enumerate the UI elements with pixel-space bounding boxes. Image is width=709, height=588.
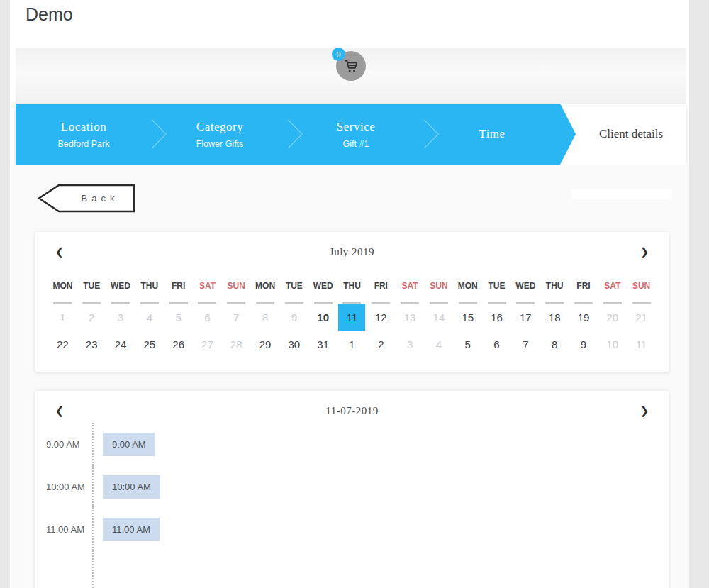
day-header-underline — [251, 291, 280, 304]
calendar-day: 28 — [222, 331, 251, 357]
day-of-week-header: FRI — [569, 271, 598, 291]
day-header-underline — [453, 291, 482, 304]
calendar-day[interactable]: 7 — [511, 331, 540, 357]
calendar-day[interactable]: 6 — [482, 331, 511, 357]
calendar-day[interactable]: 17 — [511, 304, 540, 331]
calendar-day[interactable]: 16 — [482, 304, 511, 331]
day-of-week-header: TUE — [77, 271, 106, 291]
day-header-underline — [569, 291, 598, 304]
day-of-week-header: SUN — [222, 271, 251, 291]
calendar-day[interactable]: 23 — [77, 331, 106, 357]
day-header-underline — [425, 291, 454, 304]
day-of-week-header: TUE — [482, 271, 511, 291]
calendar-day: 9 — [279, 304, 308, 331]
calendar-day: 14 — [425, 304, 454, 331]
step-title: Location — [61, 120, 106, 134]
calendar-prev-icon[interactable]: ❮ — [52, 245, 67, 258]
step-category[interactable]: CategoryFlower Gifts — [152, 104, 288, 165]
step-location[interactable]: LocationBedford Park — [16, 104, 152, 165]
calendar-day: 3 — [396, 331, 425, 357]
calendar-day[interactable]: 25 — [135, 331, 164, 357]
day-of-week-header: SUN — [425, 271, 454, 291]
day-of-week-header: SAT — [396, 271, 425, 291]
timeslot-row: 9:00 AM9:00 AM — [46, 423, 669, 465]
calendar-day[interactable]: 19 — [569, 304, 598, 331]
calendar-day[interactable]: 9 — [569, 331, 598, 357]
timeslot-next-icon[interactable]: ❯ — [637, 404, 652, 417]
timeslot-prev-icon[interactable]: ❮ — [52, 404, 67, 417]
content-area: Back ❮ July 2019 ❯ MONTUEWEDTHUFRISATSUN… — [10, 165, 689, 588]
timeslot-list: 9:00 AM9:00 AM10:00 AM10:00 AM11:00 AM11… — [46, 423, 669, 588]
back-button[interactable]: Back — [37, 184, 136, 213]
timeslot-track: 9:00 AM — [92, 423, 155, 465]
cart-count-badge: 0 — [332, 48, 345, 61]
calendar-day[interactable]: 24 — [106, 331, 135, 357]
calendar-day[interactable]: 22 — [48, 331, 77, 357]
day-header-underline — [396, 291, 425, 304]
step-subtitle: Bedford Park — [58, 139, 110, 149]
calendar-day[interactable]: 18 — [540, 304, 569, 331]
calendar-day: 27 — [193, 331, 222, 357]
calendar-day[interactable]: 5 — [453, 331, 482, 357]
calendar-day: 11 — [627, 331, 656, 357]
day-header-underline — [48, 291, 77, 304]
timeslot-card: ❮ 11-07-2019 ❯ 9:00 AM9:00 AM10:00 AM10:… — [35, 391, 669, 588]
day-header-underline — [77, 291, 106, 304]
timeslot-chip[interactable]: 10:00 AM — [103, 475, 160, 499]
timeslot-header: ❮ 11-07-2019 ❯ — [35, 391, 669, 423]
day-of-week-header: WED — [106, 271, 135, 291]
calendar-day[interactable]: 8 — [540, 331, 569, 357]
calendar-day[interactable]: 10 — [308, 304, 337, 331]
calendar-day[interactable]: 2 — [367, 331, 396, 357]
calendar-day: 20 — [598, 304, 627, 331]
page-title: Demo — [10, 0, 689, 26]
day-of-week-header: FRI — [164, 271, 193, 291]
step-time[interactable]: Time — [424, 104, 560, 165]
calendar-day[interactable]: 15 — [453, 304, 482, 331]
calendar-day[interactable]: 31 — [308, 331, 337, 357]
day-header-underline — [540, 291, 569, 304]
day-header-underline — [193, 291, 222, 304]
day-header-underline — [164, 291, 193, 304]
day-of-week-header: SUN — [627, 271, 656, 291]
day-of-week-header: MON — [48, 271, 77, 291]
step-subtitle: Gift #1 — [343, 139, 369, 149]
calendar-day[interactable]: 26 — [164, 331, 193, 357]
timeslot-row-filler — [46, 550, 669, 588]
calendar-day: 13 — [396, 304, 425, 331]
calendar-day: 1 — [48, 304, 77, 331]
day-of-week-header: SAT — [598, 271, 627, 291]
day-of-week-header: MON — [453, 271, 482, 291]
calendar-day[interactable]: 30 — [279, 331, 308, 357]
cart-band: 0 — [16, 48, 686, 104]
calendar-day[interactable]: 29 — [251, 331, 280, 357]
cart-button[interactable]: 0 — [336, 51, 366, 81]
back-button-label: Back — [64, 184, 136, 213]
day-header-underline — [222, 291, 251, 304]
calendar-day: 8 — [251, 304, 280, 331]
calendar-day[interactable]: 11 — [337, 304, 367, 331]
day-header-underline — [598, 291, 627, 304]
calendar-day[interactable]: 1 — [337, 331, 367, 357]
day-header-underline — [367, 291, 396, 304]
calendar-day: 21 — [627, 304, 656, 331]
calendar-header: ❮ July 2019 ❯ — [35, 232, 669, 264]
timeslot-date-title: 11-07-2019 — [67, 405, 637, 417]
calendar-month-title: July 2019 — [67, 246, 637, 258]
step-progress-bar: LocationBedford ParkCategoryFlower Gifts… — [16, 104, 576, 165]
timeslot-track: 10:00 AM — [92, 465, 160, 508]
step-title: Service — [337, 120, 375, 134]
day-of-week-header: FRI — [367, 271, 396, 291]
calendar-day: 6 — [193, 304, 222, 331]
day-of-week-header: MON — [251, 271, 280, 291]
calendar-grid: MONTUEWEDTHUFRISATSUNMONTUEWEDTHUFRISATS… — [35, 264, 669, 357]
step-service[interactable]: ServiceGift #1 — [288, 104, 424, 165]
timeslot-chip[interactable]: 9:00 AM — [103, 433, 155, 456]
calendar-day: 4 — [135, 304, 164, 331]
calendar-next-icon[interactable]: ❯ — [637, 245, 652, 258]
timeslot-hour-label: 11:00 AM — [46, 508, 92, 550]
calendar-day: 2 — [77, 304, 106, 331]
calendar-day: 5 — [164, 304, 193, 331]
timeslot-chip[interactable]: 11:00 AM — [103, 518, 160, 541]
calendar-day[interactable]: 12 — [367, 304, 396, 331]
